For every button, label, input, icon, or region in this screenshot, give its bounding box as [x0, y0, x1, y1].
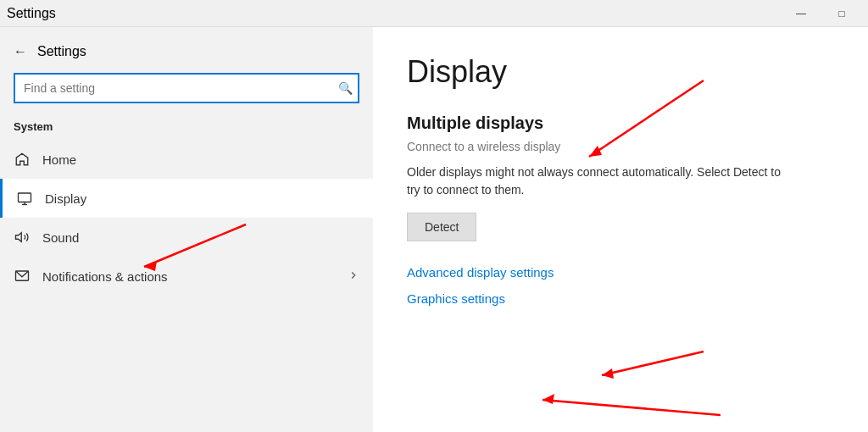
sidebar-item-label-display: Display — [45, 191, 86, 206]
sidebar-item-display[interactable]: Display — [0, 179, 373, 218]
nav-items-container: HomeDisplaySoundNotifications & actions — [0, 140, 373, 296]
search-container: 🔍 — [14, 73, 359, 103]
chevron-right-icon — [348, 269, 359, 284]
sidebar-item-notifications[interactable]: Notifications & actions — [0, 257, 373, 296]
sidebar-item-label-home: Home — [42, 152, 76, 167]
sidebar-item-sound[interactable]: Sound — [0, 218, 373, 257]
graphics-settings-link[interactable]: Graphics settings — [407, 291, 834, 306]
svg-rect-0 — [19, 193, 31, 202]
sidebar-item-label-notifications: Notifications & actions — [42, 269, 168, 284]
search-icon: 🔍 — [338, 81, 353, 95]
sidebar-item-label-sound: Sound — [42, 230, 79, 245]
notifications-icon — [14, 269, 31, 284]
advanced-display-link[interactable]: Advanced display settings — [407, 265, 834, 280]
detect-button[interactable]: Detect — [407, 213, 476, 241]
content-area: Display Multiple displays Connect to a w… — [373, 27, 868, 432]
search-input[interactable] — [14, 73, 359, 103]
main-layout: ← Settings 🔍 System HomeDisplaySoundNoti… — [0, 27, 868, 432]
titlebar: Settings — □ — [0, 0, 868, 27]
titlebar-title: Settings — [7, 6, 56, 21]
page-title: Display — [407, 54, 834, 90]
multiple-displays-title: Multiple displays — [407, 114, 834, 133]
home-icon — [14, 152, 31, 167]
restore-button[interactable]: □ — [822, 0, 861, 27]
sound-icon — [14, 230, 31, 245]
system-section-label: System — [0, 117, 373, 140]
display-description: Older displays might not always connect … — [407, 163, 797, 199]
app-title: Settings — [37, 44, 86, 59]
titlebar-controls: — □ — [782, 0, 861, 27]
sidebar: ← Settings 🔍 System HomeDisplaySoundNoti… — [0, 27, 373, 432]
sidebar-item-home[interactable]: Home — [0, 140, 373, 179]
sidebar-header: ← Settings — [0, 37, 373, 73]
minimize-button[interactable]: — — [782, 0, 821, 27]
wireless-display-subtitle: Connect to a wireless display — [407, 140, 834, 153]
svg-marker-3 — [16, 233, 22, 242]
back-button[interactable]: ← — [14, 44, 27, 59]
titlebar-left: Settings — [7, 6, 56, 21]
display-icon — [16, 191, 33, 206]
